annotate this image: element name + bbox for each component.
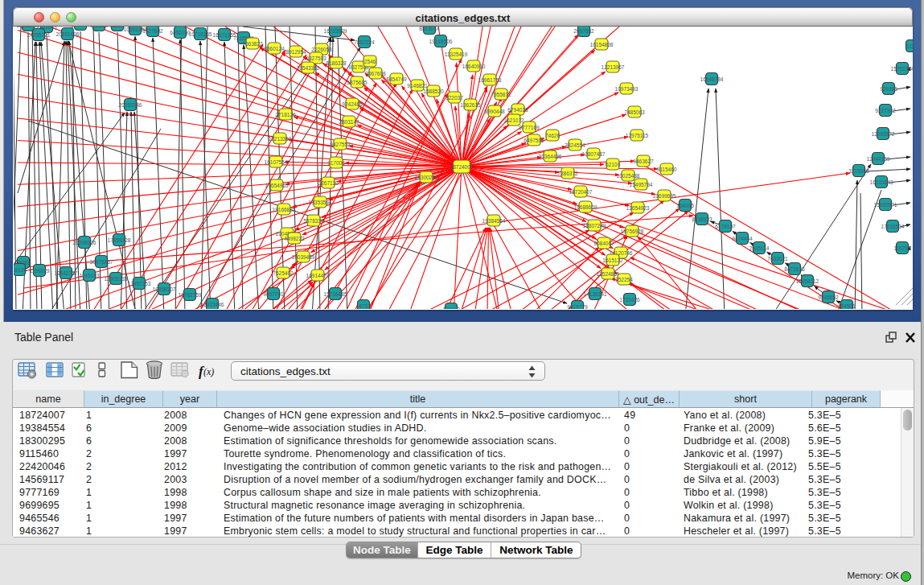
svg-text:10973493: 10973493 bbox=[615, 86, 639, 92]
svg-text:15300293: 15300293 bbox=[415, 175, 438, 180]
svg-text:19756928: 19756928 bbox=[621, 229, 644, 234]
svg-text:19377: 19377 bbox=[73, 27, 88, 27]
svg-text:16782759: 16782759 bbox=[179, 292, 202, 298]
svg-text:16033809: 16033809 bbox=[324, 28, 347, 34]
svg-text:8471636: 8471636 bbox=[784, 266, 805, 272]
svg-text:39139: 39139 bbox=[14, 267, 27, 273]
svg-text:12093872: 12093872 bbox=[872, 131, 895, 137]
svg-text:10699695: 10699695 bbox=[653, 193, 676, 199]
svg-text:20053346: 20053346 bbox=[119, 102, 142, 108]
svg-text:20691406: 20691406 bbox=[56, 31, 80, 37]
svg-text:17957253: 17957253 bbox=[128, 281, 151, 286]
svg-text:15495794: 15495794 bbox=[630, 182, 653, 187]
svg-text:19218506: 19218506 bbox=[429, 39, 453, 44]
svg-text:1615132: 1615132 bbox=[602, 257, 623, 263]
svg-text:7485063: 7485063 bbox=[624, 109, 645, 115]
svg-text:8938923: 8938923 bbox=[692, 216, 713, 222]
svg-text:1733426: 1733426 bbox=[619, 297, 640, 303]
svg-text:9777169: 9777169 bbox=[519, 125, 540, 130]
svg-text:210653: 210653 bbox=[90, 27, 108, 28]
svg-text:2546: 2546 bbox=[364, 59, 376, 64]
svg-text:6466160: 6466160 bbox=[170, 30, 191, 35]
svg-text:3215958: 3215958 bbox=[848, 168, 869, 174]
svg-text:6179197: 6179197 bbox=[715, 224, 736, 229]
svg-text:15720407: 15720407 bbox=[569, 189, 593, 195]
svg-text:929966: 929966 bbox=[880, 86, 897, 92]
svg-text:1112: 1112 bbox=[906, 43, 913, 49]
svg-text:1145193: 1145193 bbox=[80, 273, 100, 278]
svg-text:13524851: 13524851 bbox=[597, 271, 620, 277]
svg-text:14136141: 14136141 bbox=[584, 291, 607, 297]
svg-text:12923446: 12923446 bbox=[201, 302, 224, 307]
svg-text:9615779: 9615779 bbox=[567, 304, 588, 310]
svg-text:13353594: 13353594 bbox=[309, 200, 332, 205]
svg-text:10025488: 10025488 bbox=[617, 173, 640, 179]
svg-text:9242486: 9242486 bbox=[342, 101, 363, 107]
svg-text:2226058: 2226058 bbox=[311, 47, 332, 52]
svg-text:7955812: 7955812 bbox=[491, 92, 511, 97]
svg-text:17359928: 17359928 bbox=[108, 237, 131, 243]
svg-text:1527602: 1527602 bbox=[142, 28, 163, 34]
svg-text:16648784: 16648784 bbox=[700, 76, 724, 82]
svg-text:9474444: 9474444 bbox=[732, 236, 753, 241]
svg-text:10719155: 10719155 bbox=[189, 31, 212, 37]
svg-text:12213369: 12213369 bbox=[269, 136, 292, 142]
svg-text:10654112: 10654112 bbox=[796, 278, 819, 284]
svg-text:17016504: 17016504 bbox=[881, 224, 905, 229]
svg-text:16210643: 16210643 bbox=[870, 179, 893, 185]
svg-text:1362615: 1362615 bbox=[460, 102, 481, 108]
svg-text:14039489: 14039489 bbox=[292, 254, 315, 260]
svg-text:7386372: 7386372 bbox=[557, 171, 578, 176]
svg-text:9427552: 9427552 bbox=[330, 142, 351, 147]
svg-text:4498222: 4498222 bbox=[284, 236, 305, 241]
svg-text:9327503: 9327503 bbox=[306, 56, 326, 61]
svg-text:6794028: 6794028 bbox=[507, 107, 528, 113]
svg-text:13654923: 13654923 bbox=[626, 205, 650, 211]
svg-text:9245652: 9245652 bbox=[818, 295, 839, 300]
svg-text:2803147: 2803147 bbox=[339, 119, 359, 125]
svg-text:7632621: 7632621 bbox=[767, 256, 788, 262]
svg-text:2935114: 2935114 bbox=[749, 245, 770, 251]
svg-text:14055721: 14055721 bbox=[27, 32, 51, 38]
svg-text:917006: 917006 bbox=[327, 160, 345, 166]
svg-text:8990448: 8990448 bbox=[484, 109, 505, 114]
svg-text:16107554: 16107554 bbox=[265, 159, 288, 165]
svg-text:16640910: 16640910 bbox=[462, 64, 486, 69]
svg-text:924501: 924501 bbox=[838, 303, 856, 309]
svg-text:10688609: 10688609 bbox=[574, 204, 598, 210]
svg-text:16961758: 16961758 bbox=[478, 77, 502, 83]
svg-text:822037: 822037 bbox=[446, 95, 463, 101]
svg-text:18807249: 18807249 bbox=[583, 223, 606, 229]
svg-text:19384554: 19384554 bbox=[483, 218, 506, 224]
svg-text:8660124: 8660124 bbox=[264, 46, 285, 51]
svg-text:19166825: 19166825 bbox=[273, 207, 296, 212]
svg-text:164095: 164095 bbox=[676, 203, 694, 208]
svg-text:7663822: 7663822 bbox=[242, 41, 263, 47]
svg-text:252254: 252254 bbox=[615, 277, 633, 282]
svg-text:8813014: 8813014 bbox=[419, 27, 440, 31]
svg-text:18731: 18731 bbox=[356, 303, 371, 309]
svg-text:2967608: 2967608 bbox=[365, 71, 386, 76]
svg-text:1588520: 1588520 bbox=[423, 89, 444, 94]
svg-text:9084067: 9084067 bbox=[593, 241, 614, 246]
svg-text:12942757: 12942757 bbox=[55, 270, 78, 276]
svg-text:120013: 120013 bbox=[442, 307, 460, 310]
svg-text:2718126: 2718126 bbox=[275, 112, 296, 117]
svg-text:15716485: 15716485 bbox=[324, 291, 347, 297]
svg-text:2087682: 2087682 bbox=[573, 28, 594, 34]
svg-text:12444159: 12444159 bbox=[867, 156, 890, 162]
svg-text:18724007: 18724007 bbox=[450, 164, 474, 170]
svg-text:7625402: 7625402 bbox=[273, 270, 294, 276]
svg-text:(x): (x) bbox=[203, 366, 214, 377]
svg-text:15751074: 15751074 bbox=[891, 66, 913, 72]
svg-text:3267110: 3267110 bbox=[318, 180, 339, 186]
svg-text:9115460: 9115460 bbox=[657, 167, 677, 172]
svg-text:19654965: 19654965 bbox=[265, 183, 289, 188]
svg-text:12905135: 12905135 bbox=[105, 276, 128, 282]
svg-text:8912954: 8912954 bbox=[285, 49, 306, 55]
svg-text:3824554: 3824554 bbox=[565, 142, 585, 148]
svg-text:9146821: 9146821 bbox=[407, 83, 428, 89]
svg-text:9227342: 9227342 bbox=[875, 108, 896, 113]
svg-text:12213967: 12213967 bbox=[602, 64, 625, 70]
svg-text:10958107: 10958107 bbox=[153, 286, 176, 292]
